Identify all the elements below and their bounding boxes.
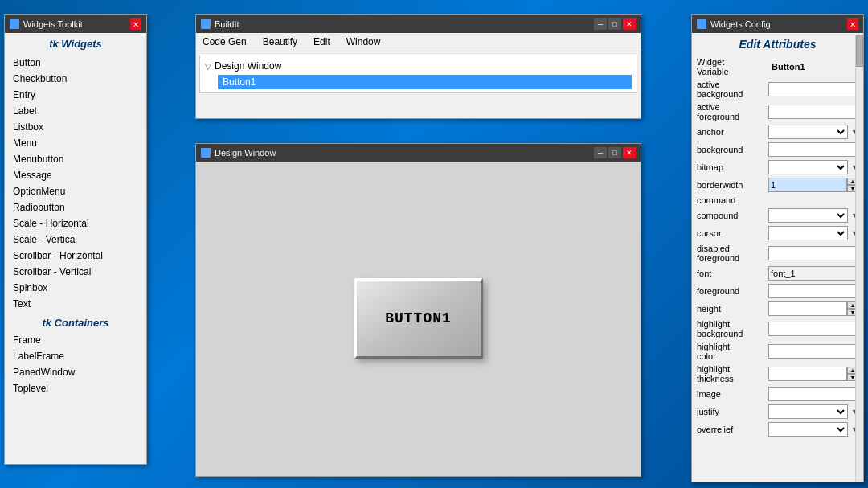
- config-close-button[interactable]: ✕: [847, 18, 858, 30]
- attr-command: command: [697, 195, 858, 205]
- input-highlight-bg[interactable]: [768, 322, 863, 336]
- label-font: font: [697, 269, 765, 278]
- buildit-titlebar: BuildIt ─ □ ✕: [196, 15, 641, 33]
- input-bg[interactable]: [768, 142, 863, 157]
- label-justify: justify: [697, 407, 765, 416]
- tree-child-button1[interactable]: Button1: [218, 75, 632, 89]
- select-anchor[interactable]: [768, 125, 848, 139]
- widgets-toolkit-panel: Widgets Toolkit ✕ tk Widgets Button Chec…: [4, 14, 147, 465]
- input-hl-thickness[interactable]: [768, 367, 847, 381]
- widget-item-panedwindow[interactable]: PanedWindow: [5, 364, 146, 380]
- select-justify[interactable]: [768, 404, 848, 419]
- widget-item-labelframe[interactable]: LabelFrame: [5, 348, 146, 364]
- widget-item-message[interactable]: Message: [5, 167, 146, 183]
- config-attributes-body: WidgetVariable Button1 activebackground …: [692, 54, 863, 482]
- menu-codegen[interactable]: Code Gen: [199, 35, 250, 49]
- select-cursor[interactable]: [768, 226, 848, 240]
- buildit-titlebar-left: BuildIt: [201, 19, 240, 29]
- input-height[interactable]: [768, 301, 847, 316]
- menu-window[interactable]: Window: [343, 35, 384, 49]
- design-titlebar-left: Design Window: [201, 148, 276, 158]
- input-borderwidth[interactable]: [768, 178, 847, 192]
- design-window-titlebar: Design Window ─ □ ✕: [196, 144, 641, 162]
- input-image[interactable]: [768, 387, 863, 401]
- label-highlight-thickness: highlightthickness: [697, 364, 765, 383]
- widget-item-entry[interactable]: Entry: [5, 87, 146, 103]
- app-icon: [10, 19, 19, 29]
- attr-highlight-bg: highlightbackground >>: [697, 319, 858, 338]
- widget-item-frame[interactable]: Frame: [5, 332, 146, 348]
- expand-icon: ▽: [205, 62, 211, 71]
- input-font[interactable]: [768, 266, 863, 281]
- scrollbar-thumb[interactable]: [856, 35, 863, 67]
- design-maximize-button[interactable]: □: [608, 147, 621, 158]
- widget-item-scrollbar-v[interactable]: Scrollbar - Vertical: [5, 264, 146, 280]
- attr-compound: compound ▼: [697, 208, 858, 223]
- spinner-borderwidth: ▲ ▼: [768, 178, 858, 192]
- input-fg[interactable]: [768, 284, 863, 298]
- select-bitmap[interactable]: [768, 160, 848, 174]
- menu-edit[interactable]: Edit: [310, 35, 334, 49]
- widget-item-optionmenu[interactable]: OptionMenu: [5, 183, 146, 199]
- design-icon: [201, 148, 211, 158]
- widget-item-menu[interactable]: Menu: [5, 135, 146, 151]
- config-title: Widgets Config: [710, 19, 771, 29]
- containers-heading: tk Containers: [5, 312, 146, 332]
- menu-beautify[interactable]: Beautify: [260, 35, 301, 49]
- attr-height: height ▲ ▼: [697, 301, 858, 316]
- label-active-bg: activebackground: [697, 80, 765, 99]
- widget-item-button[interactable]: Button: [5, 55, 146, 71]
- label-bitmap: bitmap: [697, 162, 765, 172]
- input-active-fg[interactable]: [768, 105, 863, 119]
- widget-item-spinbox[interactable]: Spinbox: [5, 280, 146, 296]
- widget-item-radiobutton[interactable]: Radiobutton: [5, 199, 146, 215]
- widget-item-text[interactable]: Text: [5, 296, 146, 312]
- close-button[interactable]: ✕: [623, 18, 636, 30]
- design-window: Design Window ─ □ ✕ BUTTON1: [195, 143, 641, 477]
- widget-item-checkbutton[interactable]: Checkbutton: [5, 71, 146, 87]
- widget-item-listbox[interactable]: Listbox: [5, 119, 146, 135]
- buildit-window: BuildIt ─ □ ✕ Code Gen Beautify Edit Win…: [195, 14, 641, 119]
- buildit-menubar: Code Gen Beautify Edit Window: [196, 33, 641, 51]
- widget-item-scale-v[interactable]: Scale - Vertical: [5, 232, 146, 248]
- label-highlight-color: highlightcolor: [697, 342, 765, 361]
- widget-item-scale-h[interactable]: Scale - Horizontal: [5, 215, 146, 232]
- spinner-hl-thickness: ▲ ▼: [768, 367, 858, 381]
- config-titlebar-left: Widgets Config: [697, 19, 771, 29]
- select-compound[interactable]: [768, 208, 848, 223]
- input-active-bg[interactable]: [768, 82, 863, 96]
- config-heading: Edit Attributes: [692, 33, 863, 54]
- label-compound: compound: [697, 211, 765, 220]
- widgets-heading: tk Widgets: [5, 33, 146, 53]
- design-window-title: Design Window: [215, 148, 276, 158]
- input-highlight-color[interactable]: [768, 344, 863, 359]
- close-button[interactable]: ✕: [130, 18, 141, 30]
- label-active-fg: activeforeground: [697, 102, 765, 121]
- design-button1[interactable]: BUTTON1: [354, 278, 483, 359]
- tree-root: ▽ Design Window: [205, 59, 632, 73]
- widget-variable-value: Button1: [772, 62, 805, 72]
- minimize-button[interactable]: ─: [594, 18, 607, 30]
- tree-area: ▽ Design Window Button1: [199, 55, 637, 93]
- widget-item-scrollbar-h[interactable]: Scrollbar - Horizontal: [5, 248, 146, 264]
- design-canvas[interactable]: BUTTON1: [196, 162, 641, 474]
- widgets-config-panel: Widgets Config ✕ Edit Attributes WidgetV…: [691, 14, 864, 482]
- design-minimize-button[interactable]: ─: [594, 147, 607, 158]
- maximize-button[interactable]: □: [608, 18, 621, 30]
- widget-item-label[interactable]: Label: [5, 103, 146, 119]
- widgets-list: Button Checkbutton Entry Label Listbox M…: [5, 53, 146, 464]
- widgets-toolkit-title: Widgets Toolkit: [23, 19, 83, 29]
- attr-active-foreground: activeforeground >>: [697, 102, 858, 121]
- design-close-button[interactable]: ✕: [623, 147, 636, 158]
- widget-item-toplevel[interactable]: Toplevel: [5, 380, 146, 396]
- attr-borderwidth: borderwidth ▲ ▼: [697, 178, 858, 192]
- input-disabled-fg[interactable]: [768, 246, 863, 260]
- config-scrollbar[interactable]: [855, 35, 863, 482]
- buildit-icon: [201, 19, 211, 29]
- widget-item-menubutton[interactable]: Menubutton: [5, 151, 146, 167]
- select-overrelief[interactable]: [768, 422, 848, 437]
- attr-bitmap: bitmap ▼: [697, 160, 858, 174]
- attr-background: background >>: [697, 142, 858, 157]
- attr-disabled-fg: disabledforeground >>: [697, 244, 858, 263]
- attr-active-background: activebackground >>: [697, 80, 858, 99]
